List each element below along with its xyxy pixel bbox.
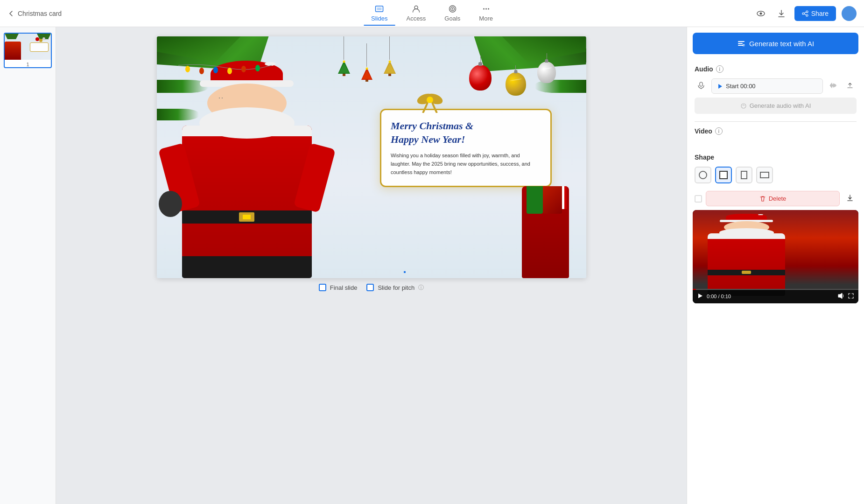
share-icon (802, 10, 808, 17)
video-controls-bar: 0:00 / 0:10 (693, 290, 858, 303)
svg-marker-42 (698, 294, 702, 298)
video-fullscreen-button[interactable] (848, 293, 854, 300)
wave-icon (829, 82, 837, 89)
final-slide-checkbox[interactable]: Final slide (319, 284, 358, 291)
svg-rect-36 (738, 43, 743, 44)
share-label: Share (811, 10, 829, 17)
slide-thumbnail-1[interactable]: ··· 1 (4, 33, 52, 68)
slide-options-icon[interactable]: ··· (44, 35, 49, 42)
avatar-button[interactable] (842, 6, 857, 21)
slide-for-pitch-checkbox[interactable]: Slide for pitch ⓘ (366, 284, 424, 292)
mic-icon (697, 82, 705, 89)
audio-info-icon[interactable]: i (716, 65, 724, 73)
eye-icon (756, 9, 766, 18)
video-checkbox[interactable] (695, 195, 702, 203)
mic-button[interactable] (695, 79, 708, 93)
message-card: Merry Christmas &Happy New Year! Wishing… (380, 109, 552, 187)
final-slide-checkbox-box[interactable] (319, 284, 326, 291)
right-panel: Generate text with AI Audio i (687, 27, 864, 504)
upload-icon (846, 82, 854, 89)
share-button[interactable]: Share (794, 6, 836, 21)
thumb-santa (5, 42, 21, 60)
square-icon (719, 171, 728, 179)
selection-handle-br (404, 271, 406, 273)
shape-landscape-option[interactable] (756, 167, 773, 183)
generate-audio-button[interactable]: Generate audio with AI (695, 98, 857, 114)
hanging-trees (337, 36, 397, 82)
gift-bag (522, 186, 569, 278)
thumb-ornament-gold (39, 39, 42, 42)
shape-options-row (695, 167, 857, 183)
svg-marker-25 (362, 70, 372, 79)
svg-marker-29 (385, 63, 395, 73)
generate-audio-label: Generate audio with AI (750, 102, 811, 109)
audio-start-label: Start 00:00 (726, 83, 756, 90)
svg-point-10 (759, 12, 762, 14)
page-title: Christmas card (18, 10, 62, 17)
garland-lights (178, 61, 272, 81)
video-play-button[interactable] (697, 293, 703, 300)
shape-circle-option[interactable] (695, 167, 711, 183)
top-nav: Christmas card Slides Access Goals (0, 0, 864, 27)
thumb-ornament-red (35, 37, 39, 41)
audio-section: Audio i Start 00:00 (687, 60, 864, 121)
video-volume-button[interactable] (838, 293, 844, 301)
shape-square-option[interactable] (715, 167, 732, 183)
audio-wave-button[interactable] (827, 79, 840, 93)
svg-rect-39 (700, 82, 702, 86)
thumb-card (30, 42, 49, 51)
tab-access-label: Access (406, 15, 426, 22)
shape-label: Shape (695, 154, 714, 161)
tab-goals[interactable]: Goals (437, 1, 468, 26)
video-label: Video (695, 127, 712, 135)
svg-point-11 (806, 11, 808, 13)
tab-goals-label: Goals (444, 15, 460, 22)
audio-upload-button[interactable] (843, 79, 857, 93)
svg-marker-43 (838, 293, 842, 299)
slide-canvas[interactable]: Merry Christmas &Happy New Year! Wishing… (157, 36, 586, 278)
delete-button[interactable]: Delete (706, 191, 840, 206)
ornament-gold (506, 65, 526, 96)
svg-rect-26 (365, 80, 368, 82)
slides-icon (375, 4, 384, 14)
preview-button[interactable] (753, 6, 768, 21)
svg-point-18 (241, 66, 246, 72)
audio-start-button[interactable]: Start 00:00 (711, 78, 823, 94)
video-header: Video i (695, 122, 857, 135)
slide-for-pitch-info-icon[interactable]: ⓘ (418, 284, 424, 292)
nav-tabs: Slides Access Goals More (364, 1, 500, 26)
xmas-background: Merry Christmas &Happy New Year! Wishing… (157, 36, 586, 278)
audio-controls: Start 00:00 (695, 78, 857, 94)
more-icon (481, 4, 491, 14)
download-button[interactable] (774, 6, 789, 21)
svg-point-34 (427, 97, 433, 103)
back-button[interactable]: Christmas card (7, 10, 62, 17)
download-video-button[interactable] (843, 191, 857, 206)
ai-audio-icon (740, 103, 747, 109)
santa-image (157, 61, 337, 278)
goals-icon (448, 4, 457, 14)
svg-rect-22 (343, 74, 345, 76)
generate-text-button[interactable]: Generate text with AI (693, 33, 858, 54)
svg-rect-1 (377, 7, 382, 10)
svg-rect-30 (388, 74, 391, 76)
main-layout: ··· 1 (0, 27, 864, 504)
tab-more[interactable]: More (471, 1, 500, 26)
svg-marker-40 (718, 84, 722, 89)
tab-slides[interactable]: Slides (364, 1, 395, 26)
video-preview: 0:00 / 0:10 (693, 210, 858, 303)
svg-point-8 (488, 8, 489, 9)
slide-for-pitch-checkbox-box[interactable] (366, 284, 374, 291)
text-ai-icon (737, 39, 745, 48)
svg-point-7 (485, 8, 487, 9)
landscape-icon (760, 172, 769, 178)
action-row: Delete (687, 187, 864, 210)
svg-point-5 (452, 8, 453, 9)
shape-portrait-option[interactable] (736, 167, 752, 183)
video-info-icon[interactable]: i (715, 127, 723, 135)
svg-point-13 (806, 14, 808, 16)
back-icon (7, 10, 15, 17)
ribbon-bow (411, 90, 449, 115)
tab-access[interactable]: Access (399, 1, 433, 26)
final-slide-label: Final slide (330, 284, 358, 291)
